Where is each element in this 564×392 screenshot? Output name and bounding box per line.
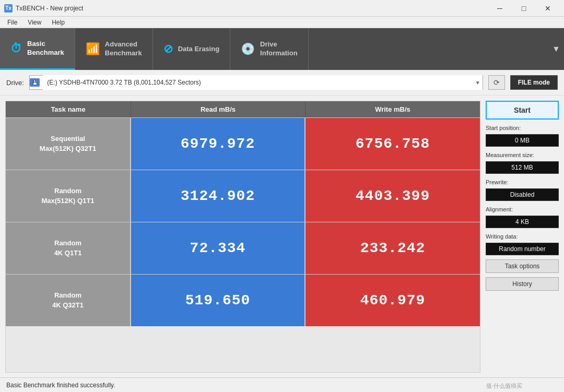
benchmark-table: Task name Read mB/s Write mB/s Sequentia… [5,101,480,373]
write-value-1: 4403.399 [306,170,480,222]
basic-benchmark-icon: ⏱ [10,42,22,55]
status-bar: Basic Benchmark finished successfully. 值… [0,377,564,392]
toolbar: ⏱ BasicBenchmark 📶 AdvancedBenchmark ⊘ D… [0,28,564,70]
data-erasing-icon: ⊘ [163,42,173,56]
alignment-value: 4 KB [486,216,559,228]
tab-data-erasing[interactable]: ⊘ Data Erasing [153,28,230,70]
task-name-3: Random4K Q32T1 [6,275,131,326]
measurement-size-value: 512 MB [486,161,559,174]
minimize-button[interactable]: ─ [488,0,512,17]
tab-advanced-benchmark[interactable]: 📶 AdvancedBenchmark [75,28,153,70]
header-task-name: Task name [6,101,131,117]
window-title: TxBENCH - New project [16,5,488,12]
measurement-size-label: Measurement size: [486,152,559,158]
drive-refresh-button[interactable]: ⟳ [488,75,505,90]
write-value-0: 6756.758 [306,118,480,170]
table-row: Random4K Q32T1 519.650 460.979 [6,274,480,326]
alignment-label: Alignment: [486,206,559,212]
drive-information-icon: 💿 [241,42,255,56]
menu-file[interactable]: File [2,18,22,27]
read-value-0: 6979.972 [131,118,306,170]
table-row: RandomMax(512K) Q1T1 3124.902 4403.399 [6,170,480,222]
drive-select-wrapper: 💾 (E:) YSDHB-4TN7000 3.72 TB (8,001,104,… [29,75,483,90]
read-value-1: 3124.902 [131,170,306,222]
maximize-button[interactable]: □ [512,0,536,17]
start-button[interactable]: Start [486,101,559,120]
drive-icon: 💾 [30,78,40,87]
writing-data-label: Writing data: [486,233,559,240]
advanced-benchmark-label: AdvancedBenchmark [105,40,142,58]
drive-select[interactable]: (E:) YSDHB-4TN7000 3.72 TB (8,001,104,52… [43,75,482,90]
menu-view[interactable]: View [22,18,46,27]
drive-information-label: DriveInformation [260,40,298,58]
write-value-2: 233.242 [306,222,480,274]
status-message: Basic Benchmark finished successfully. [6,382,115,389]
window-controls: ─ □ ✕ [488,0,560,17]
write-value-3: 460.979 [306,275,480,326]
watermark: 值·什么值得买 [486,382,522,390]
task-options-button[interactable]: Task options [486,259,559,273]
task-name-2: Random4K Q1T1 [6,222,131,274]
table-row: Random4K Q1T1 72.334 233.242 [6,222,480,274]
tab-basic-benchmark[interactable]: ⏱ BasicBenchmark [0,28,75,70]
close-button[interactable]: ✕ [536,0,560,17]
advanced-benchmark-icon: 📶 [86,42,100,56]
main-content: Task name Read mB/s Write mB/s Sequentia… [0,96,564,378]
start-position-label: Start position: [486,125,559,131]
task-name-1: RandomMax(512K) Q1T1 [6,170,131,222]
read-value-3: 519.650 [131,275,306,326]
drive-bar: Drive: 💾 (E:) YSDHB-4TN7000 3.72 TB (8,0… [0,70,564,96]
drive-label: Drive: [6,79,24,87]
side-panel: Start Start position: 0 MB Measurement s… [486,101,559,373]
basic-benchmark-label: BasicBenchmark [27,40,64,57]
tab-drive-information[interactable]: 💿 DriveInformation [230,28,309,70]
header-read: Read mB/s [131,101,306,117]
menu-help[interactable]: Help [46,18,70,27]
toolbar-dropdown[interactable]: ▼ [548,28,564,70]
title-bar: Tx TxBENCH - New project ─ □ ✕ [0,0,564,17]
writing-data-value: Random number [486,243,559,255]
menu-bar: File View Help [0,17,564,28]
task-name-0: SequentialMax(512K) Q32T1 [6,118,131,170]
prewrite-label: Prewrite: [486,179,559,185]
start-position-value: 0 MB [486,134,559,147]
header-write: Write mB/s [306,101,480,117]
prewrite-value: Disabled [486,188,559,201]
read-value-2: 72.334 [131,222,306,274]
file-mode-button[interactable]: FILE mode [510,75,558,90]
table-header: Task name Read mB/s Write mB/s [6,101,480,117]
app-icon: Tx [4,4,13,13]
table-row: SequentialMax(512K) Q32T1 6979.972 6756.… [6,117,480,170]
data-erasing-label: Data Erasing [178,45,219,54]
history-button[interactable]: History [486,277,559,291]
